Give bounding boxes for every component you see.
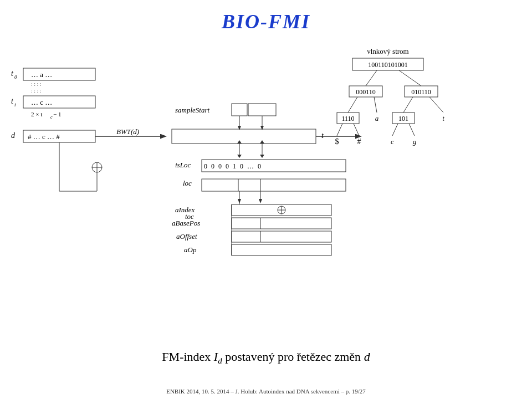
svg-line-74 [403,97,413,112]
svg-line-75 [429,97,443,112]
svg-text:t: t [11,69,14,78]
svg-rect-70 [405,86,438,97]
svg-text:i: i [14,102,16,108]
svg-text:010110: 010110 [411,88,431,96]
svg-text:aOffset: aOffset [176,232,197,241]
svg-text:0 0 0 0 1 0  …      0: 0 0 0 0 1 0 … 0 [204,162,262,170]
svg-text:vlnkový strom: vlnkový strom [367,47,408,55]
svg-rect-43 [202,179,346,191]
svg-text:a: a [375,114,379,122]
caption-d-sub: d [218,356,222,365]
svg-text:aIndex: aIndex [175,206,195,214]
svg-text:2 × t: 2 × t [31,111,42,117]
svg-text:#: # [357,137,361,146]
svg-text:: : : :: : : : : [31,81,42,87]
svg-text:c: c [391,137,394,146]
svg-rect-33 [202,160,346,172]
svg-text:− 1: − 1 [53,111,61,117]
svg-text:$: $ [335,137,339,146]
caption-suffix: postavený pro řetězec změn [225,350,361,364]
svg-text:…  c  …: … c … [31,98,52,106]
svg-text:t: t [321,131,324,140]
svg-text:aBasePos: aBasePos [172,219,200,227]
svg-line-73 [374,97,377,112]
svg-text:toc: toc [185,212,194,221]
svg-marker-31 [260,155,264,158]
svg-line-67 [399,70,421,86]
svg-text:g: g [413,137,417,146]
svg-rect-79 [392,112,415,124]
svg-text:sampleStart: sampleStart [175,106,210,114]
svg-rect-22 [248,104,276,116]
svg-rect-21 [232,104,247,116]
svg-point-50 [278,206,285,214]
svg-text:t: t [11,97,14,105]
svg-rect-8 [23,96,95,108]
svg-point-35 [92,162,102,172]
svg-text:000110: 000110 [356,88,376,96]
diagram-svg: t 0 … a … : : : : : : : : t i … c … 2 × … [0,30,532,341]
svg-text:isLoc: isLoc [175,161,191,169]
page-title: BIO-FMI [0,0,532,33]
svg-line-72 [348,97,357,112]
caption: FM-index Id postavený pro řetězec změn d [0,350,532,366]
svg-rect-54 [232,218,331,229]
svg-text:loc: loc [183,179,192,187]
svg-line-83 [354,124,359,136]
svg-rect-76 [337,112,359,124]
svg-marker-27 [237,140,242,144]
svg-text:100110101001: 100110101001 [368,61,408,69]
svg-rect-14 [23,130,95,142]
svg-text:BWT(d): BWT(d) [116,127,139,136]
svg-text:…  a  …: … a … [31,70,52,79]
svg-text:0: 0 [14,74,17,80]
caption-d-end: d [364,350,370,364]
svg-text:1110: 1110 [341,115,354,122]
svg-text:c: c [50,115,53,120]
svg-rect-2 [23,68,95,80]
caption-prefix: FM-index [162,350,211,364]
footer: ENBIK 2014, 10. 5. 2014 – J. Holub: Auto… [0,388,532,395]
svg-rect-68 [349,86,382,97]
svg-marker-30 [260,140,264,144]
svg-marker-28 [237,155,242,158]
svg-text:# … c … #: # … c … # [28,132,60,141]
svg-text:d: d [11,131,16,140]
svg-line-66 [366,70,377,86]
svg-rect-64 [352,58,423,70]
svg-rect-60 [232,244,331,255]
svg-text:: : : :: : : : : [31,88,42,94]
svg-rect-18 [172,129,316,144]
svg-line-82 [337,124,342,136]
svg-line-84 [392,124,398,136]
svg-text:aOp: aOp [184,245,197,254]
svg-rect-49 [232,204,331,216]
svg-text:t: t [442,114,444,122]
svg-line-85 [409,124,415,136]
svg-rect-57 [232,231,331,242]
svg-text:101: 101 [398,115,408,122]
